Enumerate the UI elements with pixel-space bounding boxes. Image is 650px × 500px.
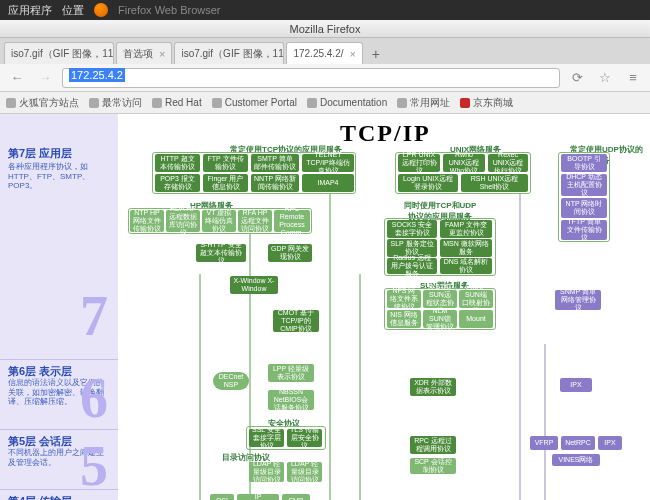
bookmark-label: Red Hat xyxy=(165,97,202,108)
box-netrpc: NetRPC xyxy=(561,436,595,450)
box-snmp: SNMP 简单网络管理协议 xyxy=(555,290,601,310)
box-login: Login UNIX远程登录协议 xyxy=(398,174,458,192)
box-rexec: Rexec UNIX远程执行协议 xyxy=(488,154,528,172)
close-icon[interactable]: × xyxy=(349,48,355,60)
box-vt: VT 虚拟终端仿真协议 xyxy=(202,210,236,232)
tab-label: iso7.gif（GIF 图像，113… xyxy=(181,47,284,61)
box-ftp: FTP 文件传输协议 xyxy=(203,154,248,172)
box-rpc2: RPC 远程过程调用协议 xyxy=(410,436,456,454)
window-titlebar: Mozilla Firefox xyxy=(0,20,650,38)
tab-iso7-2[interactable]: iso7.gif（GIF 图像，113…× xyxy=(174,42,284,64)
menu-places[interactable]: 位置 xyxy=(62,3,84,18)
site-icon xyxy=(152,98,162,108)
url-input[interactable]: 172.25.4.2 xyxy=(62,68,560,88)
box-ldap2: LDAP 轻量级目录访问协议 xyxy=(287,462,322,482)
bookmark-item[interactable]: 京东商城 xyxy=(460,96,513,110)
hamburger-menu-icon[interactable]: ≡ xyxy=(622,67,644,89)
box-mount: Mount xyxy=(459,310,493,328)
bookmark-label: 常用网址 xyxy=(410,96,450,110)
box-ipx: IPX xyxy=(560,378,592,392)
box-ntp: NTP 网络时间协议 xyxy=(561,198,607,218)
layer7-heading: 第7层 应用层 xyxy=(8,146,72,161)
tab-strip: iso7.gif（GIF 图像，113…× 首选项× iso7.gif（GIF … xyxy=(0,38,650,64)
box-scp: SCP 会话控制协议 xyxy=(410,458,456,474)
box-shttp: S-HTTP 安全超文本传输协议 xyxy=(196,244,246,262)
tab-label: 172.25.4.2/ xyxy=(293,48,343,59)
box-nis: NIS 网络信息服务 xyxy=(387,310,421,328)
bookmark-label: 最常访问 xyxy=(102,96,142,110)
box-nlm: NLM SUN锁管理协议 xyxy=(423,310,457,328)
box-ssl: SSL 安全套接字层协议 xyxy=(249,429,284,447)
bookmark-item[interactable]: 最常访问 xyxy=(89,96,142,110)
box-rfahp: RFA HP 远程文件访问协议 xyxy=(238,210,272,232)
box-rsh: RSH UNIX远程Shell协议 xyxy=(461,174,528,192)
box-tftp: TFTP 简单文件传输协议 xyxy=(561,220,607,240)
box-http: HTTP 超文本传输协议 xyxy=(155,154,200,172)
bookmark-item[interactable]: 火狐官方站点 xyxy=(6,96,79,110)
page-content: 第7层 应用层 各种应用程序协议，如HTTP、FTP、SMTP、POP3。 7 … xyxy=(0,114,650,500)
tcpip-diagram: 第7层 应用层 各种应用程序协议，如HTTP、FTP、SMTP、POP3。 7 … xyxy=(0,114,650,500)
bookmark-item[interactable]: Red Hat xyxy=(152,97,202,108)
box-vines: VINES网络 xyxy=(552,454,600,466)
box-rpc: RPC Remote Process Comm. xyxy=(274,210,310,232)
box-famp: FAMP 文件变更监控协议 xyxy=(440,220,492,238)
box-smb: SMB xyxy=(282,494,310,500)
tab-label: 首选项 xyxy=(123,47,153,61)
desktop-menu-bar: 应用程序 位置 Firefox Web Browser xyxy=(0,0,650,20)
close-icon[interactable]: × xyxy=(159,48,165,60)
forward-button[interactable]: → xyxy=(34,67,56,89)
box-decnet: DECnet NSP xyxy=(213,372,249,390)
box-lpp: LPP 轻量级表示协议 xyxy=(268,364,314,382)
bookmark-item[interactable]: Documentation xyxy=(307,97,387,108)
box-tls: TLS 传输层安全协议 xyxy=(287,429,322,447)
tab-preferences[interactable]: 首选项× xyxy=(116,42,172,64)
box-imap4: IMAP4 xyxy=(302,174,354,192)
new-tab-button[interactable]: + xyxy=(365,44,387,64)
box-bootp: BOOTP 引导协议 xyxy=(561,154,607,172)
layer7-num: 7 xyxy=(80,284,108,348)
box-lpr: LPR UNIX远程打印协议 xyxy=(398,154,440,172)
back-button[interactable]: ← xyxy=(6,67,28,89)
layer5-num: 5 xyxy=(80,434,108,498)
box-finger: Finger 用户信息协议 xyxy=(203,174,248,192)
box-ipx2: IPX xyxy=(598,436,622,450)
box-pop3: POP3 报文存储协议 xyxy=(155,174,200,192)
diagram-title: TCP/IP xyxy=(340,120,431,147)
layer-sep xyxy=(0,359,118,360)
layer6-num: 6 xyxy=(80,366,108,430)
box-msn: MSN 微软网络服务 xyxy=(440,239,492,257)
box-dhcp: DHCP 动态主机配置协议 xyxy=(561,174,607,196)
menu-apps[interactable]: 应用程序 xyxy=(8,3,52,18)
bookmark-item[interactable]: 常用网址 xyxy=(397,96,450,110)
box-nbssn: NBSSN NetBIOS会话服务协议 xyxy=(268,390,314,410)
layer4-heading: 第4层 传输层 xyxy=(8,494,72,500)
box-nfs: NFS 网络文件系统协议 xyxy=(387,290,421,308)
layer6-heading: 第6层 表示层 xyxy=(8,364,72,379)
tab-172-25-4-2[interactable]: 172.25.4.2/× xyxy=(286,42,362,64)
reload-button[interactable]: ⟳ xyxy=(566,67,588,89)
layer7-desc: 各种应用程序协议，如HTTP、FTP、SMTP、POP3。 xyxy=(8,162,108,191)
bookmark-label: Customer Portal xyxy=(225,97,297,108)
box-pmap: PMAP SUN端口映射协议 xyxy=(459,290,493,308)
folder-icon xyxy=(397,98,407,108)
box-rstat: R-STAT SUN远程状态协议 xyxy=(423,290,457,308)
box-dns: DNS 域名解析协议 xyxy=(440,258,492,274)
tab-label: iso7.gif（GIF 图像，113… xyxy=(11,47,114,61)
box-xdr: XDR 外部数据表示协议 xyxy=(410,378,456,396)
bookmark-label: Documentation xyxy=(320,97,387,108)
bookmark-star-icon[interactable]: ☆ xyxy=(594,67,616,89)
box-radius: Radius 远程用户拨号认证服务 xyxy=(387,258,437,274)
box-nntp: NNTP 网络新闻传输协议 xyxy=(251,174,299,192)
box-ipnb: IP NetBIOS xyxy=(237,494,279,500)
site-icon xyxy=(460,98,470,108)
box-ldap: LDAP 轻量级目录访问协议 xyxy=(249,462,284,482)
box-gdp: GDP 网关发现协议 xyxy=(268,244,312,262)
box-rdahp: RDA HP 远程数据库访问协议 xyxy=(166,210,200,232)
bookmarks-bar: 火狐官方站点 最常访问 Red Hat Customer Portal Docu… xyxy=(0,92,650,114)
bookmark-item[interactable]: Customer Portal xyxy=(212,97,297,108)
box-dsi: DSI xyxy=(210,494,234,500)
tab-iso7-1[interactable]: iso7.gif（GIF 图像，113…× xyxy=(4,42,114,64)
box-telnet: TELNET TCP/IP终端仿真协议 xyxy=(302,154,354,172)
box-smtp: SMTP 简单邮件传输协议 xyxy=(251,154,299,172)
firefox-icon[interactable] xyxy=(94,3,108,17)
